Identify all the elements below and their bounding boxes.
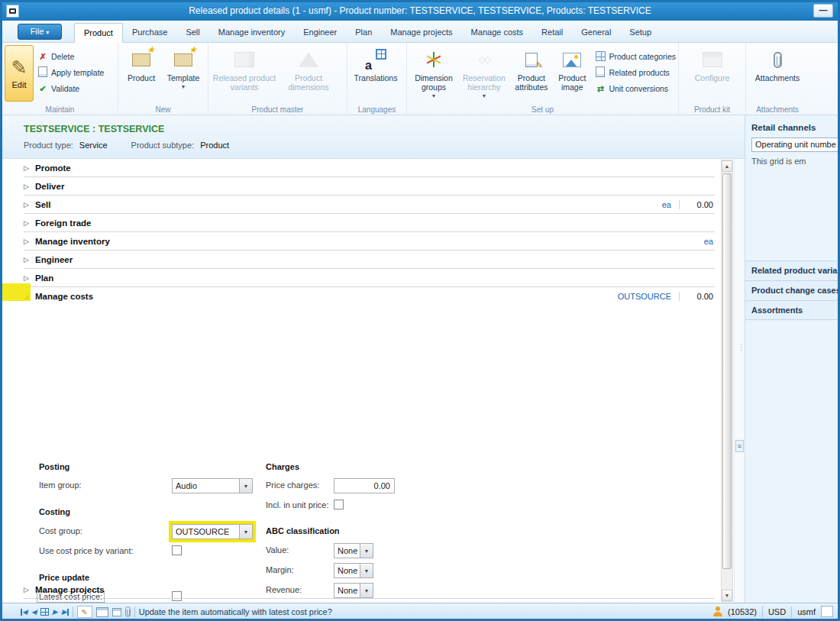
unit-conversions-button[interactable]: ⇄ Unit conversions	[594, 82, 676, 95]
file-menu-button[interactable]: File▾	[18, 24, 62, 40]
fasttab-manage-projects[interactable]: ▷ Manage projects	[24, 581, 715, 599]
fasttab-deliver[interactable]: ▷ Deliver	[24, 177, 715, 196]
abc-margin-select[interactable]: None ▼	[334, 563, 373, 578]
price-charges-input[interactable]: 0.00	[334, 478, 395, 493]
incl-unit-price-checkbox[interactable]	[334, 500, 344, 509]
minimize-button[interactable]: —	[813, 4, 833, 18]
main-scrollbar[interactable]: ▲ ▼	[721, 160, 733, 602]
dimension-groups-button[interactable]: Dimension groups ▼	[409, 45, 458, 101]
cost-group-summary: OUTSOURCE	[618, 292, 671, 301]
fasttab-manage-costs[interactable]: ◢ Manage costs OUTSOURCE 0.00	[24, 287, 715, 306]
assortments-section[interactable]: Assortments	[745, 300, 838, 320]
delete-button[interactable]: ✗ Delete	[37, 50, 104, 63]
scroll-down-icon[interactable]: ▼	[722, 590, 732, 601]
fasttab-manage-inventory[interactable]: ▷ Manage inventory ea	[24, 232, 715, 251]
status-corner-box	[821, 606, 833, 617]
previous-record-button[interactable]: ◀	[31, 608, 37, 616]
use-cost-price-checkbox[interactable]	[172, 545, 182, 555]
item-group-label: Item group:	[39, 480, 82, 490]
grid-view-button[interactable]	[40, 608, 49, 616]
product-subtype-value: Product	[200, 141, 229, 150]
fasttab-plan[interactable]: ▷ Plan	[24, 269, 715, 287]
template-button[interactable]: ★ Template ▼	[162, 45, 205, 92]
tab-general[interactable]: General	[572, 23, 620, 43]
fasttab-manage-inventory-summary: ea	[704, 237, 715, 246]
abc-value-select[interactable]: None ▼	[334, 543, 373, 558]
fasttab-foreign-trade[interactable]: ▷ Foreign trade	[24, 214, 715, 232]
status-divider	[762, 606, 763, 617]
dimension-groups-icon	[424, 47, 444, 72]
price-charges-label: Price charges:	[266, 480, 319, 490]
validate-button[interactable]: ✔ Validate	[37, 82, 104, 95]
tab-manage-projects[interactable]: Manage projects	[381, 23, 461, 43]
fasttab-deliver-title: Deliver	[35, 182, 64, 191]
item-group-select[interactable]: Audio ▼	[172, 478, 253, 493]
fasttab-engineer[interactable]: ▷ Engineer	[24, 251, 715, 269]
status-bar: ◀ ◀ ▶ ▶ ✎ Update the item automatically …	[2, 603, 838, 619]
fasttab-engineer-title: Engineer	[35, 255, 73, 264]
document-attachments-button[interactable]	[125, 606, 131, 617]
product-attributes-label: Product attributes	[510, 73, 553, 92]
cost-group-label: Cost group:	[39, 526, 82, 535]
tab-manage-inventory[interactable]: Manage inventory	[209, 23, 294, 43]
group-label-product-master: Product master	[208, 105, 347, 114]
first-record-button[interactable]: ◀	[21, 608, 27, 616]
tab-product[interactable]: Product	[74, 23, 123, 43]
scrollbar-thumb[interactable]	[722, 173, 732, 569]
translations-button[interactable]: a Translations	[350, 45, 402, 82]
company-indicator[interactable]: usmf	[797, 607, 816, 616]
fasttab-promote[interactable]: ▷ Promote	[24, 159, 715, 177]
panel-splitter[interactable]: ⋮ ≡	[734, 159, 745, 603]
new-product-button[interactable]: ★ Product	[121, 45, 162, 82]
currency-indicator[interactable]: USD	[768, 607, 786, 616]
edit-record-button[interactable]: ✎	[77, 606, 92, 618]
last-record-button[interactable]: ▶	[62, 608, 69, 616]
next-record-button[interactable]: ▶	[53, 608, 58, 616]
tab-sell[interactable]: Sell	[176, 23, 208, 43]
dimension-groups-label: Dimension groups	[409, 73, 458, 92]
splitter-grip-handle[interactable]: ≡	[735, 440, 744, 452]
chevron-down-icon[interactable]: ▼	[360, 564, 373, 577]
collapsed-arrow-icon: ▷	[24, 201, 35, 209]
group-label-attachments: Attachments	[746, 105, 809, 114]
released-product-variants-icon	[234, 47, 254, 72]
status-divider	[791, 606, 792, 617]
tab-plan[interactable]: Plan	[346, 23, 381, 43]
cost-group-select[interactable]: OUTSOURCE ▼	[172, 524, 253, 539]
chevron-down-icon[interactable]: ▼	[360, 544, 373, 558]
scroll-up-icon[interactable]: ▲	[722, 160, 732, 172]
ribbon-group-languages: a Translations Languages	[347, 43, 407, 115]
tab-engineer[interactable]: Engineer	[294, 23, 346, 43]
grid-form-button[interactable]	[112, 608, 121, 616]
product-categories-button[interactable]: Product categories	[594, 50, 676, 63]
related-product-variants-section[interactable]: Related product varia	[745, 260, 838, 280]
attachments-button[interactable]: Attachments	[751, 45, 804, 82]
fasttab-sell[interactable]: ▷ Sell ea 0.00	[24, 196, 715, 214]
retail-channels-column-header[interactable]: Operating unit numbe	[751, 137, 838, 152]
apply-template-button[interactable]: Apply template	[37, 66, 104, 79]
product-dimensions-button: Product dimensions	[278, 45, 339, 92]
tab-manage-costs[interactable]: Manage costs	[462, 23, 532, 43]
product-image-button[interactable]: Product image	[553, 45, 591, 92]
product-attributes-button[interactable]: ✎ Product attributes	[510, 45, 553, 92]
apply-template-label: Apply template	[51, 68, 104, 77]
product-type-label: Product type:	[24, 141, 73, 150]
product-attributes-icon: ✎	[525, 47, 538, 72]
configure-button: Configure	[689, 45, 736, 82]
app-window: Released product details (1 - usmf) - Pr…	[0, 0, 840, 621]
tab-purchase[interactable]: Purchase	[123, 23, 176, 43]
tab-retail[interactable]: Retail	[532, 23, 572, 43]
group-label-new: New	[118, 105, 208, 114]
chevron-down-icon[interactable]: ▼	[239, 525, 252, 539]
edit-button[interactable]: ✎ Edit	[5, 45, 34, 102]
ribbon-tabs: Product Purchase Sell Manage inventory E…	[74, 23, 661, 43]
product-change-cases-section[interactable]: Product change cases	[745, 280, 838, 300]
session-count[interactable]: (10532)	[728, 607, 757, 616]
related-products-button[interactable]: Related products	[594, 66, 676, 79]
ribbon-group-attachments: Attachments Attachments	[746, 43, 809, 115]
form-view-button[interactable]	[96, 607, 108, 617]
tab-setup[interactable]: Setup	[620, 23, 661, 43]
last-record-icon: ▶	[62, 608, 67, 616]
chevron-down-icon[interactable]: ▼	[239, 479, 252, 493]
reservation-hierarchy-caret-icon: ▼	[481, 92, 486, 101]
